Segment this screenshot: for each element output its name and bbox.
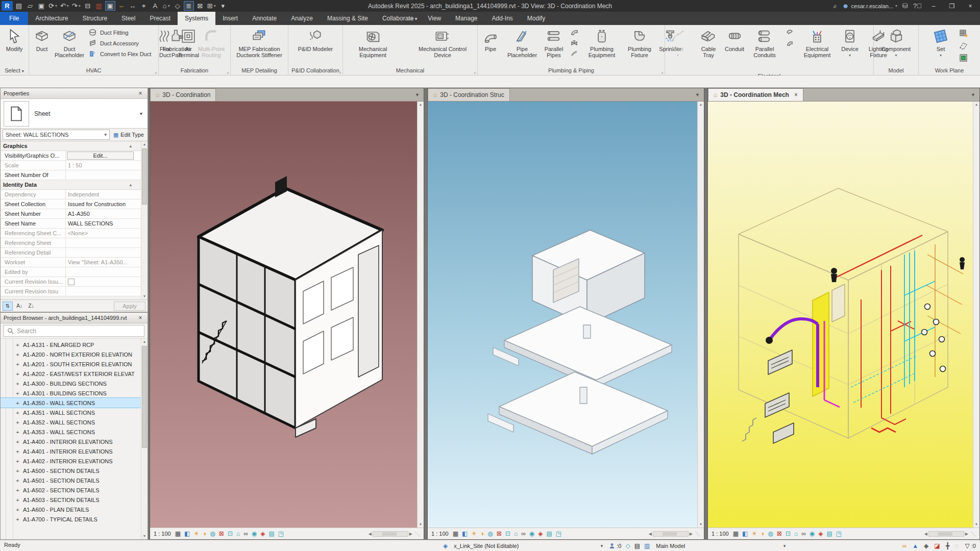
properties-header[interactable]: Properties × [1, 88, 148, 99]
resize-grip-icon[interactable]: ⋱ [971, 531, 976, 537]
scroll-up-icon[interactable]: ▲ [141, 339, 148, 345]
modify-button[interactable]: Modify [3, 27, 26, 52]
horizontal-scrollbar[interactable] [928, 531, 964, 537]
scroll-right-icon[interactable]: ▶ [690, 532, 693, 536]
thin-lines-icon[interactable]: ≣ [184, 1, 194, 11]
design-options-list-icon[interactable]: ▥ [644, 543, 650, 549]
expand-icon[interactable] [15, 352, 20, 358]
property-row-visibility-graphics[interactable]: Visibility/Graphics O... Edit... [1, 151, 141, 161]
transfer-standards-icon[interactable]: ▥ [94, 1, 104, 11]
expand-icon[interactable] [15, 458, 20, 464]
sun-settings-icon[interactable]: ☀ [193, 531, 199, 537]
rendering-dialog-icon[interactable]: ◍ [768, 531, 773, 537]
dialog-launcher-icon[interactable]: ⌟ [474, 68, 476, 76]
duct-button[interactable]: Duct [30, 27, 54, 52]
view-scale[interactable]: 1 : 100 [431, 531, 449, 537]
temporary-view-properties-icon[interactable]: ▤ [268, 531, 274, 537]
plumbing-equipment-button[interactable]: Plumbing Equipment [583, 27, 621, 58]
property-row-sheet-number-of[interactable]: Sheet Number Of [1, 170, 141, 180]
shadows-icon[interactable]: ◑ [203, 531, 206, 537]
shadows-icon[interactable]: ◑ [480, 531, 484, 537]
app-store-icon[interactable]: ⛁ [902, 2, 908, 10]
view-tab-coordination-mech[interactable]: ⌂ 3D - Coordination Mech × [708, 88, 803, 101]
sync-with-central-icon[interactable]: ⟳ [47, 1, 58, 11]
expand-icon[interactable] [15, 381, 20, 387]
worksharing-display-icon[interactable]: ◈ [818, 531, 823, 537]
revit-logo[interactable]: R [2, 1, 13, 11]
sun-settings-icon[interactable]: ☀ [751, 531, 757, 537]
detail-level-icon[interactable]: ▦ [175, 531, 181, 537]
shadows-icon[interactable]: ◑ [761, 531, 764, 537]
pipe-placeholder-button[interactable]: Pipe Placeholder [504, 27, 540, 58]
sort-ascending-icon[interactable]: A↓ [14, 302, 24, 311]
sheet-item[interactable]: A1-A352 - WALL SECTIONS [1, 417, 141, 427]
viewport-canvas-mech[interactable]: ▲ ▼ [708, 102, 979, 528]
section-identity-data[interactable]: Identity Data▴ [1, 180, 141, 190]
sheet-item[interactable]: A1-A350 - WALL SECTIONS [1, 398, 141, 408]
scroll-left-icon[interactable]: ◀ [924, 532, 927, 536]
unlock-3d-view-icon[interactable]: ⌂ [236, 531, 240, 537]
parallel-conduits-button[interactable]: Parallel Conduits [749, 27, 780, 58]
temporary-hide-isolate-icon[interactable]: ∞ [243, 531, 248, 537]
filter-icon[interactable]: ▽ [965, 543, 970, 549]
tab-precast[interactable]: Precast [142, 12, 178, 25]
vertical-scrollbar[interactable]: ▲ ▼ [973, 102, 979, 528]
visual-style-icon[interactable]: ◧ [742, 531, 748, 537]
property-row-current-revision-issued-by[interactable]: Current Revision Issu [1, 287, 141, 296]
panel-footer-mechanical[interactable]: Mechanical⌟ [343, 67, 477, 76]
dialog-launcher-icon[interactable]: ⌟ [661, 68, 663, 76]
device-button[interactable]: Device [838, 27, 862, 59]
close-view-icon[interactable]: × [794, 91, 798, 98]
sheet-item[interactable]: A1-A202 - EAST/WEST EXTERIOR ELEVAT [1, 369, 141, 379]
measure-icon[interactable]: ⇔ [116, 1, 127, 11]
save-icon[interactable]: ▣ [36, 1, 46, 11]
dialog-launcher-icon[interactable]: ⌟ [155, 68, 157, 76]
flex-pipe-icon[interactable] [569, 49, 579, 58]
panel-footer-work-plane[interactable]: Work Plane [919, 67, 980, 76]
tab-analyze[interactable]: Analyze [284, 12, 320, 25]
duct-placeholder-button[interactable]: Duct Placeholder [54, 27, 85, 58]
account-menu[interactable]: ☻ cesar.r.escalan... ▾ [842, 2, 897, 10]
expand-icon[interactable] [15, 516, 20, 522]
tab-modify[interactable]: Modify [520, 12, 552, 25]
rendering-dialog-icon[interactable]: ◍ [210, 531, 215, 537]
select-underlay-elements-icon[interactable]: ▲ [912, 543, 918, 549]
parallel-pipes-button[interactable]: Parallel Pipes [542, 27, 566, 58]
tag-by-category-icon[interactable]: ⌖ [139, 1, 149, 11]
scroll-right-icon[interactable]: ▶ [965, 532, 968, 536]
conduit-button[interactable]: Conduit [723, 27, 746, 52]
section-icon[interactable]: ◇ [173, 1, 183, 11]
sheet-item[interactable]: A1-A700 - TYPICAL DETAILS [1, 514, 141, 524]
expand-icon[interactable] [15, 487, 20, 493]
expand-icon[interactable] [15, 468, 20, 474]
tab-insert[interactable]: Insert [215, 12, 245, 25]
select-elements-by-face-icon[interactable]: ◪ [934, 543, 940, 549]
tab-steel[interactable]: Steel [114, 12, 142, 25]
detail-level-icon[interactable]: ▦ [453, 531, 458, 537]
worksharing-display-icon[interactable]: ◈ [538, 531, 543, 537]
dialog-launcher-icon[interactable]: ⌟ [339, 68, 341, 76]
expand-icon[interactable] [15, 478, 20, 484]
view-tab-menu-icon[interactable]: ▼ [967, 92, 979, 97]
tab-annotate[interactable]: Annotate [245, 12, 284, 25]
property-row-scale[interactable]: Scale 1 : 50 [1, 161, 141, 170]
property-row-referencing-sheet-c[interactable]: Referencing Sheet C... <None> [1, 229, 141, 238]
scrollbar-thumb[interactable] [142, 346, 147, 448]
section-box-icon[interactable]: ▣ [105, 1, 115, 11]
property-row-current-revision-issued[interactable]: Current Revision Issu... [1, 277, 141, 287]
scroll-left-icon[interactable]: ◀ [369, 532, 372, 536]
browser-search-input[interactable]: Search [4, 325, 144, 337]
viewport-canvas-arch[interactable]: ▲ ▼ [150, 102, 424, 528]
panel-footer-select[interactable]: Select ▾ [0, 67, 29, 76]
view-tab-coordination-struc[interactable]: ⌂ 3D - Coordination Struc [428, 88, 510, 101]
tab-architecture[interactable]: Architecture [28, 12, 75, 25]
horizontal-scrollbar[interactable] [373, 531, 408, 537]
panel-footer-mep-detailing[interactable]: MEP Detailing [231, 67, 288, 76]
mep-fabrication-ductwork-stiffener-button[interactable]: MEP Fabrication Ductwork Stiffener [232, 27, 287, 58]
scroll-up-icon[interactable]: ▲ [698, 102, 704, 108]
apply-button[interactable]: Apply [114, 302, 145, 311]
scroll-left-icon[interactable]: ◀ [649, 532, 652, 536]
convert-to-flex-duct-button[interactable]: Convert to Flex Duct [87, 48, 151, 59]
sort-descending-icon[interactable]: Z↓ [26, 302, 36, 311]
mechanical-equipment-button[interactable]: Mechanical Equipment [344, 27, 402, 58]
